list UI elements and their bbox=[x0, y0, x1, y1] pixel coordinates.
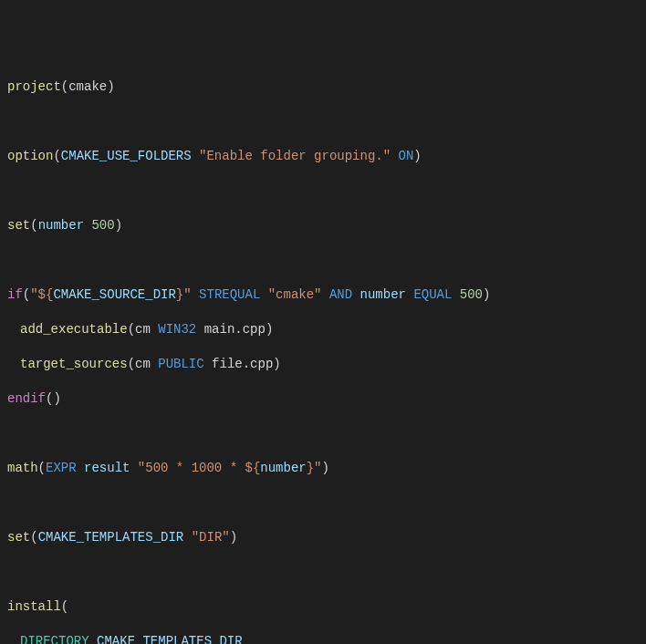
code-line: option(CMAKE_USE_FOLDERS "Enable folder … bbox=[7, 148, 639, 165]
code-line: set(number 500) bbox=[7, 217, 639, 234]
code-line: target_sources(cm PUBLIC file.cpp) bbox=[7, 356, 639, 373]
code-line: set(CMAKE_TEMPLATES_DIR "DIR") bbox=[7, 529, 639, 546]
code-line: add_executable(cm WIN32 main.cpp) bbox=[7, 321, 639, 338]
blank-line bbox=[7, 425, 639, 442]
code-line: if("${CMAKE_SOURCE_DIR}" STREQUAL "cmake… bbox=[7, 286, 639, 304]
code-line: endif() bbox=[7, 390, 639, 408]
code-line: install( bbox=[7, 598, 639, 616]
code-line: project(cmake) bbox=[7, 78, 639, 96]
blank-line bbox=[7, 113, 639, 130]
code-line: DIRECTORY CMAKE_TEMPLATES_DIR bbox=[7, 633, 639, 644]
blank-line bbox=[7, 252, 639, 269]
code-line: math(EXPR result "500 * 1000 * ${number}… bbox=[7, 460, 639, 477]
blank-line bbox=[7, 494, 639, 512]
blank-line bbox=[7, 564, 639, 581]
blank-line bbox=[7, 182, 639, 200]
